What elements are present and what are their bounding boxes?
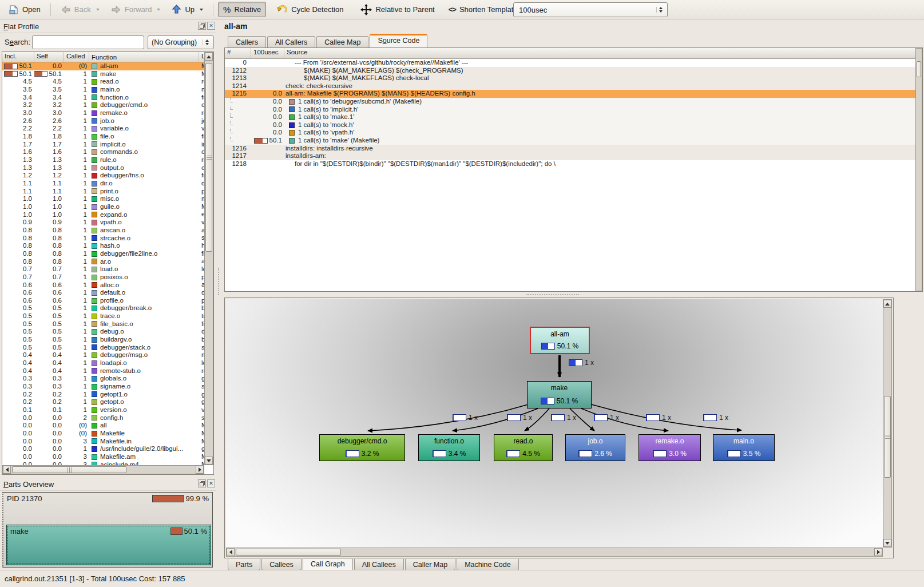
- source-row[interactable]: 0.01 call(s) to 'vpath.h': [225, 129, 915, 137]
- function-list-row[interactable]: 1.71.71implicit.oin: [2, 141, 213, 149]
- graph-vscrollbar[interactable]: [883, 299, 892, 548]
- function-list-row[interactable]: 0.50.51file_basic.ofi: [2, 320, 213, 328]
- function-list-row[interactable]: 0.80.81strcache.ost: [2, 234, 213, 242]
- function-list-vscrollbar[interactable]: [204, 52, 213, 465]
- function-list-row[interactable]: 0.00.03Makefile.inM: [2, 438, 213, 446]
- source-row[interactable]: 0.01 call(s) to 'debugger/subcmd.h' (Mak…: [225, 98, 915, 106]
- function-list-row[interactable]: 0.10.11version.ove: [2, 406, 213, 414]
- tab-machine-code[interactable]: Machine Code: [457, 559, 519, 570]
- function-list-row[interactable]: 0.50.51debug.ode: [2, 328, 213, 336]
- horizontal-splitter[interactable]: [526, 294, 579, 295]
- scroll-up-button[interactable]: [883, 300, 891, 308]
- tab-parts[interactable]: Parts: [228, 559, 260, 570]
- function-list-row[interactable]: 0.20.21getopt1.oge: [2, 391, 213, 399]
- part-make-block[interactable]: make 50.1 %: [6, 525, 211, 565]
- function-list-row[interactable]: 0.80.81ar.oar: [2, 257, 213, 265]
- dock-close-button[interactable]: ✕: [207, 479, 215, 487]
- graph-node-debugger-cmd-o[interactable]: debugger/cmd.o3.2 %: [319, 434, 405, 461]
- graph-node-read-o[interactable]: read.o4.5 %: [494, 434, 553, 461]
- function-list-row[interactable]: 0.40.41remote-stub.ore: [2, 367, 213, 375]
- hscroll-thumb[interactable]: [236, 549, 341, 556]
- dock-float-button[interactable]: [198, 479, 206, 487]
- function-list-row[interactable]: 3.03.01remake.ore: [2, 109, 213, 117]
- function-list-row[interactable]: 3.23.21debugger/cmd.ocr: [2, 101, 213, 109]
- forward-dropdown-icon[interactable]: [157, 9, 160, 11]
- vscroll-thumb[interactable]: [884, 396, 891, 478]
- function-list-row[interactable]: 0.40.41debugger/msg.om: [2, 351, 213, 359]
- source-row[interactable]: 0--- From '/src/external-vcs/github/rock…: [225, 59, 915, 67]
- function-list-row[interactable]: 3.53.51main.om: [2, 86, 213, 94]
- source-row[interactable]: 1217installdirs-am:: [225, 152, 915, 160]
- back-button[interactable]: Back: [55, 2, 105, 17]
- function-list-row[interactable]: 2.22.21variable.ova: [2, 125, 213, 133]
- call-graph-canvas[interactable]: all-am50.1 %make50.1 %debugger/cmd.o3.2 …: [226, 299, 884, 549]
- source-row[interactable]: 1216installdirs: installdirs-recursive: [225, 145, 915, 153]
- col-called[interactable]: Called: [64, 52, 89, 62]
- dock-float-button[interactable]: [198, 22, 206, 30]
- tab-callee-map[interactable]: Callee Map: [316, 36, 368, 47]
- graph-node-main-o[interactable]: main.o3.5 %: [713, 434, 775, 461]
- function-list-row[interactable]: 0.70.71load.olo: [2, 265, 213, 273]
- tab-caller-map[interactable]: Caller Map: [405, 559, 455, 570]
- source-row[interactable]: 1212$(MAKE) $(AM_MAKEFLAGS) $(check_PROG…: [225, 67, 915, 75]
- up-button[interactable]: Up: [166, 2, 208, 17]
- function-list-row[interactable]: 1.81.81file.ofi: [2, 133, 213, 141]
- hscroll-thumb[interactable]: [12, 466, 126, 473]
- tab-all-callees[interactable]: All Callees: [354, 559, 404, 570]
- function-list-row[interactable]: 1.21.21debugger/fns.ofr: [2, 172, 213, 180]
- source-row[interactable]: 0.01 call(s) to 'make.1': [225, 113, 915, 121]
- open-button[interactable]: Open: [3, 2, 46, 18]
- function-list-row[interactable]: 0.70.71posixos.opo: [2, 273, 213, 281]
- scroll-down-button[interactable]: [205, 457, 213, 465]
- source-row[interactable]: 0.01 call(s) to 'mock.h': [225, 121, 915, 129]
- function-list-row[interactable]: 0.50.51debugger/stack.ost: [2, 344, 213, 352]
- function-list-row[interactable]: 0.60.61profile.opr: [2, 297, 213, 305]
- col-incl[interactable]: Incl.: [2, 52, 34, 62]
- function-list-row[interactable]: 1.01.01guile.oM: [2, 203, 213, 211]
- relative-to-parent-button[interactable]: Relative to Parent: [355, 1, 439, 18]
- scroll-down-button[interactable]: [883, 539, 891, 547]
- function-list-row[interactable]: 1.01.01expand.oex: [2, 211, 213, 219]
- col-source[interactable]: Source: [284, 48, 922, 58]
- source-vscrollbar[interactable]: [915, 48, 922, 291]
- function-list-row[interactable]: 0.20.21getopt.oge: [2, 398, 213, 406]
- function-list-row[interactable]: 1.61.61commands.oco: [2, 148, 213, 156]
- grouping-select[interactable]: (No Grouping): [148, 35, 214, 49]
- dock-close-button[interactable]: ✕: [207, 22, 215, 30]
- source-row[interactable]: 1218for dir in "$(DESTDIR)$(bindir)" "$(…: [225, 160, 915, 168]
- function-list-row[interactable]: 0.90.91vpath.ovp: [2, 219, 213, 227]
- tab-all-callers[interactable]: All Callers: [267, 36, 315, 47]
- forward-button[interactable]: Forward: [106, 2, 166, 17]
- tab-source-code[interactable]: Source Code: [370, 34, 427, 47]
- tab-callers[interactable]: Callers: [228, 36, 266, 47]
- function-list-row[interactable]: 0.30.31signame.osi: [2, 383, 213, 391]
- event-type-select[interactable]: 100usec: [513, 2, 668, 17]
- function-list-row[interactable]: 0.60.61default.ode: [2, 289, 213, 297]
- function-list-row[interactable]: 0.50.51trace.otr: [2, 312, 213, 320]
- vscroll-thumb[interactable]: [917, 61, 921, 77]
- scroll-right-button[interactable]: [196, 466, 204, 474]
- function-list-row[interactable]: 1.31.31rule.oru: [2, 156, 213, 164]
- col-line[interactable]: #: [225, 48, 251, 58]
- source-row[interactable]: 12150.0all-am: Makefile $(PROGRAMS) $(MA…: [225, 90, 915, 98]
- up-dropdown-icon[interactable]: [200, 9, 203, 11]
- function-list-row[interactable]: 0.00.03Makefile.amM: [2, 453, 213, 461]
- function-list-row[interactable]: 1.11.11print.opr: [2, 188, 213, 196]
- function-list-row[interactable]: 1.31.31output.oou: [2, 164, 213, 172]
- graph-node-remake-o[interactable]: remake.o3.0 %: [639, 434, 701, 461]
- tab-callees[interactable]: Callees: [261, 559, 302, 570]
- source-row[interactable]: 1214check: check-recursive: [225, 82, 915, 90]
- function-list-row[interactable]: 0.50.51debugger/break.obr: [2, 304, 213, 312]
- search-input[interactable]: [32, 35, 144, 49]
- graph-node-make[interactable]: make50.1 %: [527, 381, 592, 408]
- cycle-detection-button[interactable]: Cycle Detection: [272, 2, 348, 17]
- graph-hscrollbar[interactable]: [226, 548, 883, 557]
- function-list-row[interactable]: 2.62.61job.ojo: [2, 117, 213, 125]
- function-list-row[interactable]: 1.11.11dir.odi: [2, 180, 213, 188]
- function-list-row[interactable]: 0.00.03acinclude.m4M: [2, 461, 213, 465]
- scroll-left-button[interactable]: [3, 466, 11, 474]
- col-function[interactable]: Function: [89, 52, 199, 62]
- parts-overview[interactable]: PID 21370 99.9 % make 50.1 %: [2, 492, 213, 568]
- function-list-row[interactable]: 0.40.41loadapi.olo: [2, 359, 213, 367]
- source-row[interactable]: 1213$(MAKE) $(AM_MAKEFLAGS) check-local: [225, 74, 915, 82]
